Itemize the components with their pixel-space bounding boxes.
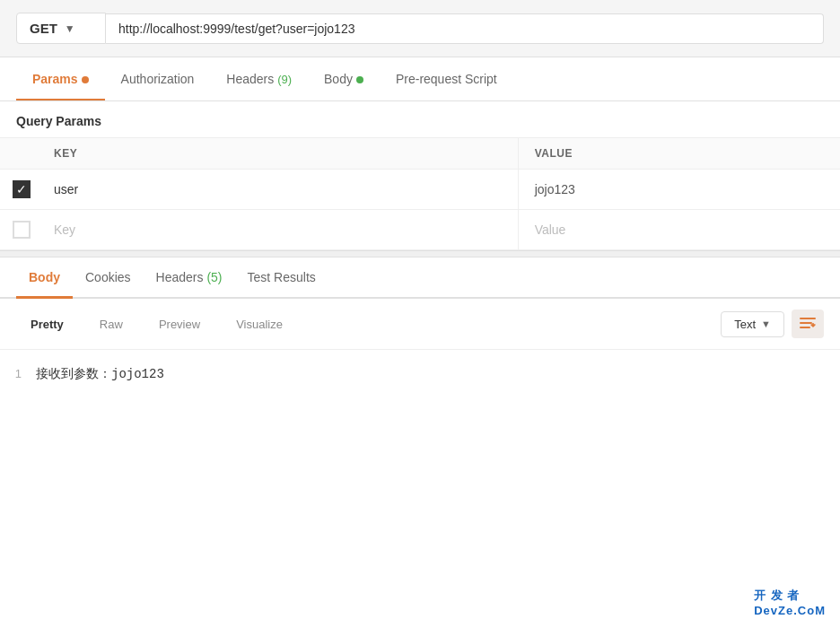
- tab-authorization[interactable]: Authorization: [105, 57, 211, 100]
- bottom-tabs: Body Cookies Headers (5) Test Results: [0, 257, 840, 299]
- body-dot: [356, 76, 363, 83]
- code-area: 1 接收到参数：jojo123: [0, 350, 840, 422]
- tab-pre-request[interactable]: Pre-request Script: [380, 57, 513, 100]
- line-content-1: 接收到参数：jojo123: [36, 366, 164, 382]
- text-format-select[interactable]: Text ▼: [721, 311, 784, 337]
- checkbox-checked[interactable]: ✓: [13, 180, 31, 198]
- method-label: GET: [30, 21, 57, 36]
- bottom-tab-headers[interactable]: Headers (5): [144, 257, 235, 297]
- params-dot: [82, 76, 89, 83]
- watermark: 开 发 者 DevZe.CoM: [754, 588, 826, 617]
- key-placeholder[interactable]: Key: [38, 210, 518, 250]
- table-row-empty: Key Value: [0, 210, 840, 250]
- params-table: KEY VALUE ✓ user jojo123 Key Value: [0, 137, 840, 250]
- text-format-label: Text: [734, 318, 756, 331]
- top-tabs: Params Authorization Headers (9) Body Pr…: [0, 57, 840, 101]
- url-input[interactable]: [106, 13, 824, 44]
- code-line-1: 1 接收到参数：jojo123: [0, 364, 840, 384]
- watermark-line1: 开 发 者: [754, 588, 826, 604]
- checkbox-col-header: [0, 138, 38, 170]
- checkbox-cell-empty[interactable]: [0, 210, 38, 250]
- checkbox-unchecked[interactable]: [13, 221, 31, 239]
- tab-params[interactable]: Params: [16, 57, 105, 100]
- query-params-title: Query Params: [0, 101, 840, 137]
- watermark-line2: DevZe.CoM: [754, 604, 826, 617]
- wrap-button[interactable]: [792, 310, 824, 338]
- bottom-tab-body[interactable]: Body: [16, 257, 73, 297]
- format-pretty[interactable]: Pretty: [16, 311, 78, 337]
- response-toolbar: Pretty Raw Preview Visualize Text ▼: [0, 299, 840, 350]
- key-header: KEY: [38, 138, 518, 170]
- tab-body[interactable]: Body: [308, 57, 380, 100]
- text-select-chevron-icon: ▼: [761, 318, 771, 329]
- section-separator: [0, 250, 840, 257]
- value-cell[interactable]: jojo123: [518, 170, 840, 210]
- url-bar: GET ▼: [0, 0, 840, 57]
- tab-headers[interactable]: Headers (9): [210, 57, 308, 100]
- format-preview[interactable]: Preview: [144, 311, 214, 337]
- line-number-1: 1: [0, 367, 36, 380]
- bottom-tab-test-results[interactable]: Test Results: [235, 257, 328, 297]
- format-raw[interactable]: Raw: [85, 311, 137, 337]
- format-visualize[interactable]: Visualize: [222, 311, 297, 337]
- wrap-icon: [799, 316, 817, 332]
- value-placeholder[interactable]: Value: [518, 210, 840, 250]
- bottom-tab-cookies[interactable]: Cookies: [73, 257, 144, 297]
- value-header: VALUE: [518, 138, 840, 170]
- checkbox-cell[interactable]: ✓: [0, 170, 38, 210]
- key-cell[interactable]: user: [38, 170, 518, 210]
- method-select[interactable]: GET ▼: [16, 13, 106, 44]
- checkmark-icon: ✓: [16, 183, 27, 196]
- table-row: ✓ user jojo123: [0, 170, 840, 210]
- method-chevron-icon: ▼: [65, 22, 75, 35]
